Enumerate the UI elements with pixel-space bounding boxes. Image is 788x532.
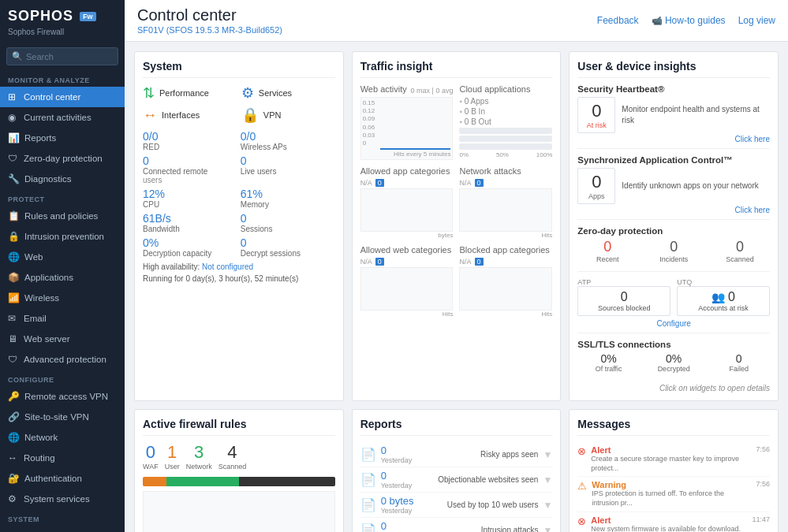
atp-sources-value: 0 xyxy=(583,290,665,304)
sidebar-item-email[interactable]: ✉ Email xyxy=(0,308,125,329)
ssl-decrypted: 0% Decrypted xyxy=(643,352,705,373)
ssl-decrypted-label: Decrypted xyxy=(643,365,705,373)
how-to-guides-link[interactable]: 📹 How-to guides xyxy=(652,15,726,26)
zdp-recent-value: 0 xyxy=(577,239,637,255)
allowed-app-chart[interactable] xyxy=(360,188,454,232)
sidebar-item-sophos-central[interactable]: ☁ Sophos Central xyxy=(0,526,125,532)
system-panel-title: System xyxy=(143,60,335,78)
accounts-at-risk-row: 👥 0 xyxy=(682,290,764,304)
allowed-web-value: 0 xyxy=(375,258,384,266)
interfaces-item[interactable]: ↔ Interfaces xyxy=(143,106,237,124)
report-arrow-2[interactable]: ▼ xyxy=(543,500,552,511)
sidebar-item-label: Routing xyxy=(24,453,55,463)
sidebar-item-routing[interactable]: ↔ Routing xyxy=(0,448,125,468)
stat-bandwidth: 61B/s Bandwidth xyxy=(143,212,237,233)
web-activity-chart[interactable]: 0.15 0.12 0.09 0.06 0.03 0 Hits every 5 … xyxy=(360,97,454,160)
sidebar-item-advanced-protection[interactable]: 🛡 Advanced protection xyxy=(0,349,125,370)
ssl-of-traffic-value: 0% xyxy=(577,352,640,365)
report-arrow-1[interactable]: ▼ xyxy=(543,474,552,485)
ssl-of-traffic-label: Of traffic xyxy=(577,365,640,373)
sidebar-item-diagnostics[interactable]: 🔧 Diagnostics xyxy=(0,169,125,189)
report-icon-3: 📄 xyxy=(360,523,376,532)
report-date-0: Yesterday xyxy=(381,456,476,464)
sidebar-search-box[interactable]: 🔍 xyxy=(6,47,118,65)
services-item[interactable]: ⚙ Services xyxy=(241,84,335,102)
report-arrow-3[interactable]: ▼ xyxy=(543,525,552,533)
at-risk-label: At risk xyxy=(584,121,608,129)
zdp-scanned: 0 Scanned xyxy=(710,239,770,263)
sidebar-item-applications[interactable]: 📦 Applications xyxy=(0,267,125,288)
cloud-bar-3 xyxy=(459,143,552,150)
cloud-apps-0apps: ▪ 0 Apps xyxy=(459,97,552,106)
current-activities-icon: ◉ xyxy=(8,112,19,123)
msg-title-2: Alert xyxy=(591,515,747,525)
fw-chart[interactable] xyxy=(143,491,335,532)
stat-bandwidth-label: Bandwidth xyxy=(143,225,237,233)
report-desc-0: Risky apps seen xyxy=(480,450,538,459)
sync-app-click[interactable]: Click here xyxy=(577,206,770,214)
allowed-web-axis: Hits xyxy=(360,311,454,318)
stat-wireless-label: Wireless APs xyxy=(241,143,335,151)
sidebar-item-web-server[interactable]: 🖥 Web server xyxy=(0,329,125,349)
sidebar-item-control-center[interactable]: ⊞ Control center xyxy=(0,87,125,107)
atp-utq-section: ATP 0 Sources blocked UTQ 👥 0 xyxy=(577,278,770,333)
sync-app-control-section: Synchronized Application Control™ 0 Apps… xyxy=(577,155,770,220)
security-heartbeat-click[interactable]: Click here xyxy=(577,135,770,143)
search-input[interactable] xyxy=(26,52,113,61)
report-num-2: 0 bytes xyxy=(381,495,443,507)
msg-alert-icon-2: ⊗ xyxy=(577,515,586,527)
report-desc-1: Objectionable websites seen xyxy=(438,475,538,484)
ha-link[interactable]: Not configured xyxy=(202,262,253,271)
chart-baseline xyxy=(380,148,451,150)
system-stats: 0/0 RED 0/0 Wireless APs 0 Connected rem… xyxy=(143,130,335,258)
email-icon: ✉ xyxy=(8,313,19,324)
sidebar-item-label: Web xyxy=(24,252,43,262)
network-attacks-chart[interactable] xyxy=(459,188,552,232)
allowed-web-chart[interactable] xyxy=(360,267,454,311)
sidebar-logo: SOPHOS Fw xyxy=(0,0,125,28)
report-arrow-0[interactable]: ▼ xyxy=(543,449,552,460)
apps-dot: ▪ xyxy=(459,97,462,106)
traffic-panel: Traffic insight Web activity 0 max | 0 a… xyxy=(352,51,562,401)
sidebar-item-reports[interactable]: 📊 Reports xyxy=(0,128,125,148)
sidebar-item-network[interactable]: 🌐 Network xyxy=(0,427,125,448)
sidebar-item-intrusion-prevention[interactable]: 🔒 Intrusion prevention xyxy=(0,226,125,247)
allowed-app-value: 0 xyxy=(375,179,384,187)
sidebar-item-wireless[interactable]: 📶 Wireless xyxy=(0,288,125,308)
sidebar-item-system-services[interactable]: ⚙ System services xyxy=(0,489,125,509)
applications-icon: 📦 xyxy=(8,272,20,283)
blocked-app-value: 0 xyxy=(475,258,484,266)
sidebar-item-label: Email xyxy=(24,314,47,323)
section-configure: CONFIGURE xyxy=(0,370,125,386)
stat-live-users: 0 Live users xyxy=(241,154,335,184)
report-num-3: 0 xyxy=(381,520,476,532)
sidebar-item-web[interactable]: 🌐 Web xyxy=(0,247,125,267)
sidebar-item-authentication[interactable]: 🔐 Authentication xyxy=(0,468,125,489)
chart-y-labels: 0.15 0.12 0.09 0.06 0.03 0 xyxy=(361,98,377,148)
cloud-bar-axis: 0%50%100% xyxy=(459,151,552,158)
sidebar-item-site-vpn[interactable]: 🔗 Site-to-site VPN xyxy=(0,407,125,427)
stat-bandwidth-value: 61B/s xyxy=(143,212,237,225)
fw-network-value: 3 xyxy=(186,442,212,463)
configure-link[interactable]: Configure xyxy=(577,319,770,328)
ssl-of-traffic: 0% Of traffic xyxy=(577,352,640,373)
report-info-0: 0 Yesterday xyxy=(381,445,476,464)
vpn-item[interactable]: 🔒 VPN xyxy=(241,106,335,124)
performance-item[interactable]: ⇅ Performance xyxy=(143,84,237,102)
blocked-app-chart[interactable] xyxy=(459,267,552,311)
sidebar-item-rules-policies[interactable]: 📋 Rules and policies xyxy=(0,206,125,226)
stat-cpu-value: 12% xyxy=(143,188,237,200)
sidebar-item-current-activities[interactable]: ◉ Current activities xyxy=(0,107,125,128)
sidebar-item-remote-vpn[interactable]: 🔑 Remote access VPN xyxy=(0,386,125,407)
fw-scanned-label: Scanned xyxy=(218,463,247,471)
sidebar-item-label: Web server xyxy=(24,334,70,344)
topbar-links: Feedback 📹 How-to guides Log view xyxy=(597,15,775,26)
cloud-apps-bout: ▪ 0 B Out xyxy=(459,117,552,126)
msg-alert-icon-0: ⊗ xyxy=(577,445,586,457)
log-view-link[interactable]: Log view xyxy=(738,15,775,26)
feedback-link[interactable]: Feedback xyxy=(597,15,639,26)
diagnostics-icon: 🔧 xyxy=(8,173,20,184)
zdp-scanned-value: 0 xyxy=(710,239,770,255)
sidebar-item-zero-day[interactable]: 🛡 Zero-day protection xyxy=(0,148,125,169)
fw-user-label: User xyxy=(165,463,180,471)
